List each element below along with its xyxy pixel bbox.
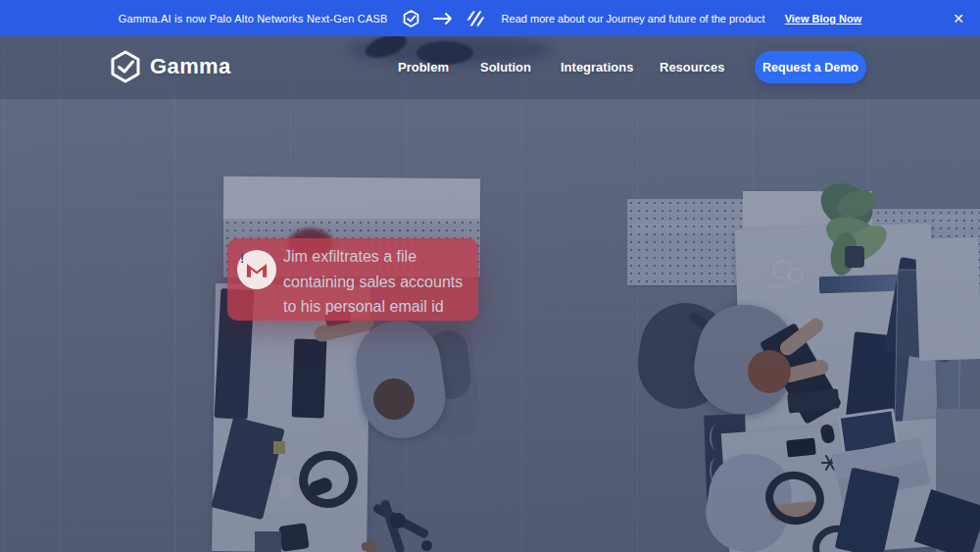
gamma-logo[interactable]: Gamma <box>110 36 231 97</box>
alert-text: Jim exfiltrates a file containing sales … <box>283 244 471 320</box>
palo-alto-networks-icon <box>466 11 485 26</box>
banner-read-more: Read more about our Journey and future o… <box>502 13 765 25</box>
close-icon[interactable]: ✕ <box>953 12 964 25</box>
banner-message: Gamma.AI is now Palo Alto Networks Next-… <box>119 13 388 25</box>
nav-item-problem[interactable]: Problem <box>398 36 449 97</box>
gmail-icon: ! <box>237 250 276 289</box>
nav-item-integrations[interactable]: Integrations <box>561 36 633 97</box>
main-nav: Gamma Problem Solution Integrations Reso… <box>0 36 980 97</box>
dlp-alert-card: ! Jim exfiltrates a file containing sale… <box>227 238 478 321</box>
alert-exclamation-icon: ! <box>240 251 244 266</box>
view-blog-link[interactable]: View Blog Now <box>785 13 862 25</box>
request-demo-button[interactable]: Request a Demo <box>755 51 866 83</box>
navy-overlay <box>0 36 980 552</box>
arrow-right-icon <box>433 13 453 25</box>
nav-item-resources[interactable]: Resources <box>660 36 724 97</box>
gamma-badge-icon <box>403 10 419 27</box>
gamma-hexagon-icon <box>110 50 141 83</box>
brand-name: Gamma <box>150 54 231 79</box>
hero-section: ! Jim exfiltrates a file containing sale… <box>0 36 980 552</box>
announcement-banner: Gamma.AI is now Palo Alto Networks Next-… <box>0 0 980 36</box>
nav-item-solution[interactable]: Solution <box>480 36 531 97</box>
